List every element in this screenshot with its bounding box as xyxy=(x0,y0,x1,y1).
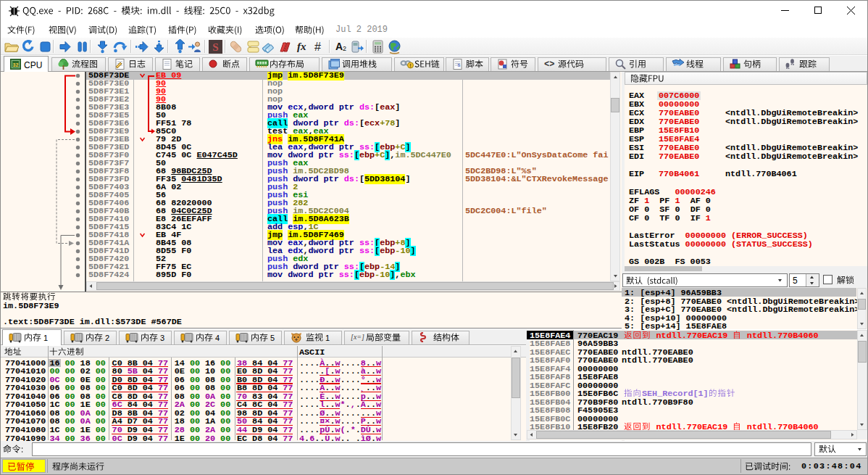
svg-text:#: # xyxy=(314,41,321,53)
svg-text:A: A xyxy=(335,41,343,52)
svg-text:2: 2 xyxy=(343,45,346,52)
svg-text:S: S xyxy=(212,41,218,53)
svg-text:s: s xyxy=(457,62,461,68)
svg-text:<>: <> xyxy=(544,59,554,69)
svg-text:!: ! xyxy=(409,63,411,68)
svg-text:fx: fx xyxy=(297,41,306,52)
svg-text:32: 32 xyxy=(13,62,19,67)
